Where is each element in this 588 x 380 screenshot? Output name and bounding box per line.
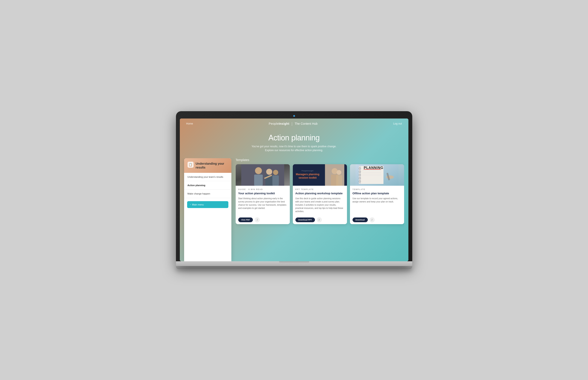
laptop-camera	[293, 115, 295, 117]
main-content: 📋 Understanding your results Understandi…	[180, 158, 408, 261]
nav-center: PeopleInsight | The Content Hub	[269, 121, 317, 126]
sidebar-icon: 📋	[188, 162, 194, 168]
laptop-base	[176, 261, 412, 266]
share-icon-3: ⤴	[372, 219, 372, 221]
back-arrow-icon: ‹	[190, 203, 191, 206]
card-3-title: Offline action plan template	[353, 192, 402, 195]
nav-divider: |	[292, 121, 293, 126]
main-menu-label: Main menu	[192, 203, 204, 206]
svg-point-3	[266, 169, 272, 175]
nav-hub-label: The Content Hub	[295, 122, 318, 125]
logo-bold: Insight	[279, 122, 289, 125]
nav-home-link[interactable]: Home	[186, 122, 193, 125]
card-2-brand: PeopleInsight	[302, 170, 314, 171]
card-1-footer: View PDF ⤴	[236, 216, 290, 224]
sidebar-item-make-change[interactable]: Make change happen	[184, 190, 231, 198]
share-icon: ⤴	[257, 219, 258, 221]
sidebar-item-understanding-team[interactable]: Understanding your team's results	[184, 173, 231, 181]
hero-section: Action planning You've got your results,…	[180, 129, 408, 158]
laptop-screen: Home PeopleInsight | The Content Hub Log…	[180, 118, 408, 261]
top-nav: Home PeopleInsight | The Content Hub Log…	[180, 118, 408, 129]
card-workshop-template: PeopleInsight Managers planning session …	[293, 164, 347, 224]
hero-subtitle: You've got your results, now it's time t…	[245, 145, 344, 152]
card-3-download-btn[interactable]: Download	[353, 217, 368, 222]
card-1-body: GUIDE · 6 MIN READ Your action planning …	[236, 186, 290, 216]
card-offline-template: PLANNING TEMPLAT	[350, 164, 404, 224]
card-2-desc: Use this deck to guide action planning s…	[295, 197, 344, 213]
people-silhouette	[236, 164, 290, 186]
hero-subtitle-line2: Explore our resources for effective acti…	[265, 149, 323, 152]
card-2-right-panel	[322, 164, 347, 186]
card-3-svg: PLANNING	[350, 164, 404, 186]
card-3-share-btn[interactable]: ⤴	[370, 217, 375, 222]
logo-text: People	[269, 122, 279, 125]
card-2-share-btn[interactable]: ⤴	[317, 217, 322, 222]
laptop-frame: Home PeopleInsight | The Content Hub Log…	[176, 111, 412, 269]
card-3-type: TEMPLATE	[353, 188, 402, 190]
hero-subtitle-line1: You've got your results, now it's time t…	[252, 145, 336, 148]
laptop-body: Home PeopleInsight | The Content Hub Log…	[176, 111, 412, 266]
main-menu-button[interactable]: ‹ Main menu	[187, 201, 228, 208]
card-1-title: Your action planning toolkit	[238, 192, 287, 195]
card-3-image: PLANNING	[350, 164, 404, 186]
card-2-ppt-title: Managers planning session toolkit	[294, 173, 321, 179]
nav-logout-link[interactable]: Log out	[393, 122, 402, 125]
svg-point-5	[273, 170, 278, 175]
svg-rect-6	[273, 175, 279, 186]
card-1-desc: Start thinking about action planning ear…	[238, 197, 287, 213]
card-1-image	[236, 164, 290, 186]
templates-section-label: Templates	[236, 158, 404, 162]
sidebar-header: 📋 Understanding your results	[184, 158, 231, 173]
card-2-left-panel: PeopleInsight Managers planning session …	[293, 164, 323, 186]
svg-point-11	[337, 170, 341, 175]
content-area: Templates	[236, 158, 404, 261]
cards-grid: GUIDE · 6 MIN READ Your action planning …	[236, 164, 404, 224]
sidebar: 📋 Understanding your results Understandi…	[184, 158, 231, 261]
card-2-people-svg	[322, 164, 347, 186]
card-2-image: PeopleInsight Managers planning session …	[293, 164, 347, 186]
card-1-share-btn[interactable]: ⤴	[255, 217, 260, 222]
svg-text:PLANNING: PLANNING	[364, 166, 383, 170]
card-3-desc: Use our template to record your agreed a…	[353, 197, 402, 213]
svg-point-1	[255, 167, 262, 174]
share-icon-2: ⤴	[319, 219, 320, 221]
sidebar-item-action-planning[interactable]: Action planning	[184, 181, 231, 190]
card-3-body: TEMPLATE Offline action plan template Us…	[350, 186, 404, 216]
sidebar-nav: Understanding your team's results Action…	[184, 173, 231, 198]
nav-logo: PeopleInsight	[269, 122, 289, 125]
svg-rect-12	[336, 175, 342, 186]
sidebar-header-title: Understanding your results	[196, 162, 228, 169]
card-2-body: PPT TEMPLATE Action planning workshop te…	[293, 186, 347, 216]
card-2-title: Action planning workshop template	[295, 192, 344, 195]
card-2-download-btn[interactable]: Download PPT	[295, 217, 315, 222]
card-3-footer: Download ⤴	[350, 216, 404, 224]
laptop-bottom	[176, 266, 412, 269]
app-content: Home PeopleInsight | The Content Hub Log…	[180, 118, 408, 261]
card-1-svg	[236, 164, 290, 186]
card-action-planning-toolkit: GUIDE · 6 MIN READ Your action planning …	[236, 164, 290, 224]
card-2-type: PPT TEMPLATE	[295, 188, 344, 190]
card-1-type: GUIDE · 6 MIN READ	[238, 188, 287, 190]
hero-title: Action planning	[184, 133, 404, 142]
svg-rect-2	[254, 174, 263, 186]
planning-notebook: PLANNING	[350, 164, 404, 186]
card-1-view-btn[interactable]: View PDF	[238, 217, 253, 222]
card-2-footer: Download PPT ⤴	[293, 216, 347, 224]
